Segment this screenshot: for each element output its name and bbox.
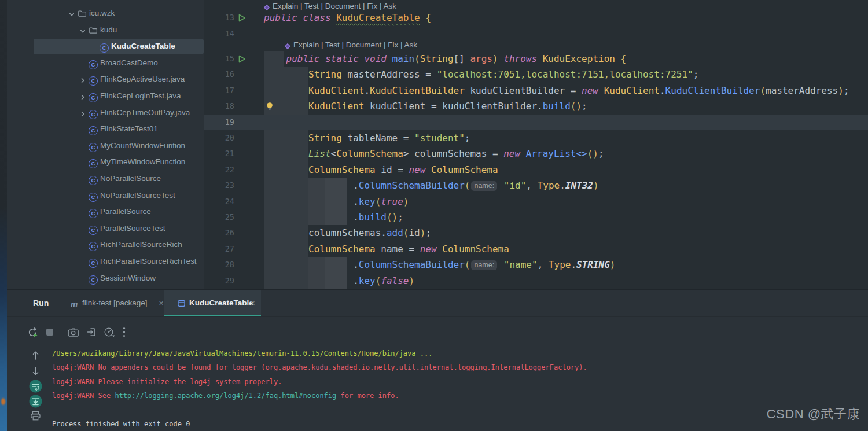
console-line: log4j:WARN See http://logging.apache.org… — [52, 391, 399, 400]
code-token: id — [409, 227, 420, 238]
arrow-up-icon[interactable] — [31, 350, 40, 363]
code-token — [498, 53, 504, 64]
code-token — [498, 259, 504, 270]
ai-hint-actions[interactable]: Explain | Test | Document | Fix | Ask — [293, 39, 417, 51]
project-tree-panel[interactable]: icu.wzkkuduCKuduCreateTableCBroadCastDem… — [7, 0, 204, 289]
tree-item-label: SessionWindow — [100, 270, 156, 287]
code-token — [264, 53, 286, 64]
code-token: . — [264, 196, 359, 207]
code-token: name = — [376, 244, 420, 255]
watermark: CSDN @武子康 — [767, 406, 860, 423]
code-token: , — [526, 180, 537, 191]
code-token: KuduCreateTable — [336, 12, 420, 23]
chevron-right-icon[interactable] — [79, 93, 86, 100]
code-text: public static void main(String[] args) t… — [264, 51, 626, 67]
parameter-hint-inlay: name: — [471, 260, 497, 270]
code-token: masterAddress = — [342, 69, 437, 80]
code-token: args — [470, 53, 492, 64]
code-text: .ColumnSchemaBuilder(name: "id", Type.IN… — [264, 178, 599, 193]
code-token — [425, 164, 431, 175]
code-token: Type — [549, 259, 571, 270]
sidebar-item-flinkceplogintest-java[interactable]: CFlinkCepLoginTest.java — [7, 88, 204, 105]
code-token: ) — [420, 227, 426, 238]
class-icon: C — [89, 157, 98, 167]
run-line-icon[interactable] — [237, 54, 247, 66]
code-token: > columnSchemas = — [403, 148, 503, 159]
chevron-right-icon[interactable] — [79, 109, 86, 116]
class-icon: C — [89, 224, 98, 233]
code-token: kuduClient = kuduClientBuilder. — [364, 101, 542, 112]
chevron-down-icon[interactable] — [68, 10, 75, 17]
code-token: false — [381, 275, 409, 286]
code-line-26: 26 columnSchemas.add(id); — [204, 225, 868, 241]
tree-item-label: NoParallelSource — [100, 171, 161, 187]
code-token: { — [425, 12, 431, 23]
sidebar-item-kuducreatetable[interactable]: CKuduCreateTable — [7, 38, 204, 55]
sidebar-item-kudu[interactable]: kudu — [7, 22, 204, 39]
code-token: ( — [465, 259, 470, 270]
chevron-down-icon[interactable] — [79, 27, 86, 34]
code-token: ( — [414, 53, 420, 64]
code-token: . — [571, 259, 576, 270]
code-token: . — [660, 85, 665, 96]
sidebar-item-parallelsource[interactable]: CParallelSource — [7, 204, 204, 220]
code-token: KuduClient — [308, 101, 364, 112]
rerun-icon[interactable] — [27, 326, 39, 338]
code-token: KuduClient — [604, 85, 660, 96]
code-token: ) — [610, 259, 616, 270]
class-icon: C — [89, 91, 98, 101]
sidebar-item-mytimewindowfunction[interactable]: CMyTimeWindowFunction — [7, 154, 204, 171]
run-line-icon[interactable] — [237, 13, 247, 25]
sidebar-item-broadcastdemo[interactable]: CBroadCastDemo — [7, 55, 204, 72]
print-icon[interactable] — [30, 411, 41, 423]
sidebar-item-sessionwindow[interactable]: CSessionWindow — [7, 270, 204, 287]
code-token — [598, 85, 604, 96]
code-text: List<ColumnSchema> columnSchemas = new A… — [264, 146, 604, 161]
code-line-19: 19 — [204, 115, 868, 130]
sidebar-item-flinkcepactiveuser-java[interactable]: CFlinkCepActiveUser.java — [7, 71, 204, 88]
code-line-13: 13public class KuduCreateTable { — [204, 10, 868, 25]
sidebar-item-richparallelsourcerichtest[interactable]: CRichParallelSourceRichTest — [7, 253, 204, 270]
code-token: KuduException — [543, 53, 615, 64]
sidebar-item-flinkstatetest01[interactable]: CFlinkStateTest01 — [7, 121, 204, 138]
code-token: ; — [598, 148, 604, 159]
code-editor[interactable]: Explain | Test | Document | Fix | Ask13p… — [204, 0, 868, 289]
code-token: key — [359, 196, 376, 207]
code-token: ColumnSchema — [431, 164, 498, 175]
console-line: /Users/wuzikang/Library/Java/JavaVirtual… — [52, 349, 432, 358]
soft-wrap-icon[interactable] — [29, 380, 42, 395]
code-text: String masterAddress = "localhost:7051,l… — [264, 67, 698, 82]
line-number: 28 — [204, 257, 234, 272]
line-number: 25 — [204, 209, 234, 225]
arrow-down-icon[interactable] — [31, 366, 40, 379]
code-token: new — [409, 164, 425, 175]
code-text: .ColumnSchemaBuilder(name: "name", Type.… — [264, 257, 616, 272]
code-token: main — [392, 53, 415, 64]
code-token: build — [359, 212, 387, 223]
sidebar-item-noparallelsourcetest[interactable]: CNoParallelSourceTest — [7, 187, 204, 204]
tree-item-label: FlinkCepActiveUser.java — [100, 71, 185, 88]
sidebar-item-noparallelsource[interactable]: CNoParallelSource — [7, 171, 204, 187]
sidebar-item-parallelsourcetest[interactable]: CParallelSourceTest — [7, 220, 204, 237]
code-token: . — [364, 85, 370, 96]
tree-item-label: FlinkCepTimeOutPay.java — [100, 105, 190, 121]
line-number: 22 — [204, 162, 234, 178]
scroll-to-end-icon[interactable] — [29, 395, 42, 410]
console-output[interactable]: /Users/wuzikang/Library/Java/JavaVirtual… — [52, 290, 804, 431]
sidebar-item-icu-wzk[interactable]: icu.wzk — [7, 5, 204, 22]
code-token: < — [331, 148, 337, 159]
tree-item-label: RichParallelSourceRichTest — [100, 253, 197, 270]
sidebar-item-mycountwindowfuntion[interactable]: CMyCountWindowFuntion — [7, 138, 204, 154]
sidebar-item-flinkceptimeoutpay-java[interactable]: CFlinkCepTimeOutPay.java — [7, 105, 204, 121]
ide-window: icu.wzkkuduCKuduCreateTableCBroadCastDem… — [0, 0, 868, 431]
code-token: ( — [376, 275, 381, 286]
sidebar-item-richparallelsourcerich[interactable]: CRichParallelSourceRich — [7, 237, 204, 253]
tree-item-label: MyCountWindowFuntion — [100, 138, 185, 154]
code-token: KuduClientBuilder — [370, 85, 465, 96]
code-text: .key(true) — [264, 194, 409, 209]
tree-item-label: ParallelSource — [100, 204, 151, 220]
code-token: INT32 — [565, 180, 593, 191]
package-icon — [78, 9, 87, 18]
console-link[interactable]: http://logging.apache.org/log4j/1.2/faq.… — [115, 392, 336, 400]
chevron-right-icon[interactable] — [79, 76, 86, 83]
